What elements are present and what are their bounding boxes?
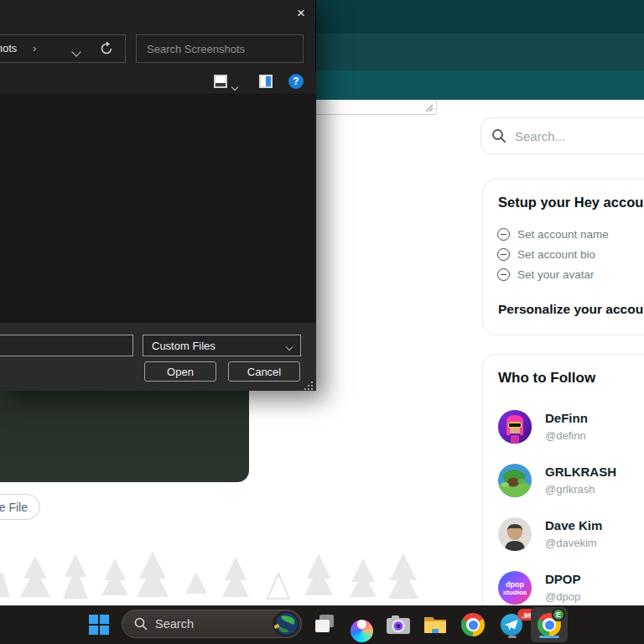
dpop-avatar-line1: dpop — [506, 580, 524, 589]
site-search-box[interactable] — [480, 117, 644, 154]
help-button[interactable]: ? — [288, 74, 304, 89]
avatar[interactable] — [498, 410, 532, 444]
user-handle: @davekim — [545, 537, 597, 549]
incomplete-step-icon — [497, 248, 510, 261]
choose-file-button[interactable]: Choose File — [0, 494, 40, 520]
search-icon — [134, 617, 148, 631]
preview-pane-icon[interactable] — [259, 75, 273, 88]
setup-item-account-bio[interactable]: Set account bio — [497, 248, 595, 261]
textarea-resize-grip[interactable] — [425, 104, 434, 112]
follow-row-grlkrash[interactable]: GRLKRASH @grlkrash — [498, 464, 644, 504]
incomplete-step-icon — [497, 228, 510, 241]
chrome-profile-badge: E — [552, 608, 565, 621]
filetype-dropdown-chevron — [287, 340, 292, 352]
filename-input[interactable] — [0, 340, 153, 352]
windows-logo-icon — [89, 615, 98, 624]
search-highlight-earth-icon[interactable] — [273, 611, 299, 636]
task-view-button[interactable] — [314, 613, 338, 636]
view-mode-icon[interactable] — [214, 75, 227, 88]
incomplete-step-icon — [497, 268, 510, 281]
who-to-follow-card: Who to Follow DeFinn @definn — [482, 354, 644, 631]
follow-row-davekim[interactable]: Dave Kim @davekim — [498, 517, 644, 558]
user-handle: @grlkrash — [545, 483, 595, 496]
help-icon: ? — [293, 75, 299, 87]
setup-item-label: Set account name — [517, 228, 609, 241]
dialog-search-input[interactable] — [145, 42, 296, 56]
follow-card-title: Who to Follow — [498, 370, 644, 387]
copilot-icon[interactable] — [351, 613, 374, 636]
address-bar[interactable]: Screenshots › — [0, 34, 126, 63]
site-search-input[interactable] — [513, 128, 631, 144]
setup-card-title: Setup your Hey account — [498, 195, 644, 210]
dpop-avatar-line2: studios — [503, 589, 527, 596]
chrome-icon[interactable] — [461, 613, 485, 636]
taskbar-search-label: Search — [155, 617, 273, 631]
open-button[interactable]: Open — [144, 361, 216, 382]
avatar[interactable] — [498, 464, 532, 497]
dialog-footer: Custom Files Open Cancel — [0, 323, 316, 391]
user-handle: @dpop — [545, 590, 580, 603]
chrome-badge-letter: E — [556, 610, 561, 619]
dialog-search-box[interactable] — [136, 34, 304, 63]
compose-textarea[interactable] — [316, 100, 437, 115]
avatar[interactable] — [498, 517, 532, 551]
user-name[interactable]: Dave Kim — [545, 518, 602, 532]
user-name[interactable]: DeFinn — [545, 411, 588, 425]
personalize-account-heading: Personalize your account — [498, 302, 644, 317]
user-name[interactable]: GRLKRASH — [545, 465, 616, 479]
user-name[interactable]: DPOP — [545, 572, 581, 586]
breadcrumb[interactable]: Screenshots — [0, 42, 17, 55]
dialog-resize-grip[interactable] — [304, 382, 314, 390]
telegram-running-indicator — [508, 636, 517, 638]
close-button[interactable]: × — [290, 3, 312, 23]
user-handle: @definn — [545, 429, 586, 442]
trees-decoration — [0, 547, 470, 605]
dialog-toolbar: ? — [0, 72, 316, 95]
refresh-icon[interactable] — [98, 40, 115, 57]
setup-item-label: Set account bio — [517, 248, 595, 261]
close-icon: × — [297, 5, 305, 22]
avatar[interactable]: dpop studios — [498, 571, 532, 605]
start-button[interactable] — [89, 615, 109, 635]
camera-app-icon[interactable] — [386, 613, 409, 636]
file-open-dialog: × Screenshots › ? — [0, 0, 316, 391]
file-explorer-icon[interactable] — [423, 613, 446, 636]
view-mode-dropdown[interactable] — [232, 78, 237, 93]
choose-file-label: Choose File — [0, 501, 28, 514]
chrome-active-indicator — [539, 636, 559, 638]
screen: Choose File Setup your Hey account — [0, 0, 644, 644]
setup-item-account-name[interactable]: Set account name — [497, 228, 609, 241]
address-dropdown-button[interactable] — [73, 44, 80, 59]
follow-row-definn[interactable]: DeFinn @definn — [498, 410, 644, 450]
breadcrumb-chevron-icon: › — [33, 42, 36, 55]
filetype-select[interactable]: Custom Files — [143, 335, 301, 356]
setup-item-avatar[interactable]: Set your avatar — [497, 268, 595, 281]
filetype-value: Custom Files — [152, 340, 216, 352]
open-button-label: Open — [167, 366, 194, 378]
taskbar-search[interactable]: Search — [122, 610, 302, 638]
setup-account-card: Setup your Hey account Set account name … — [482, 179, 644, 335]
filename-combobox[interactable] — [0, 335, 133, 356]
cancel-button[interactable]: Cancel — [228, 361, 300, 382]
cancel-button-label: Cancel — [247, 366, 281, 378]
file-list-area[interactable] — [0, 95, 316, 323]
search-icon — [491, 128, 506, 143]
taskbar: Search — [0, 605, 644, 644]
setup-item-label: Set your avatar — [517, 268, 595, 281]
